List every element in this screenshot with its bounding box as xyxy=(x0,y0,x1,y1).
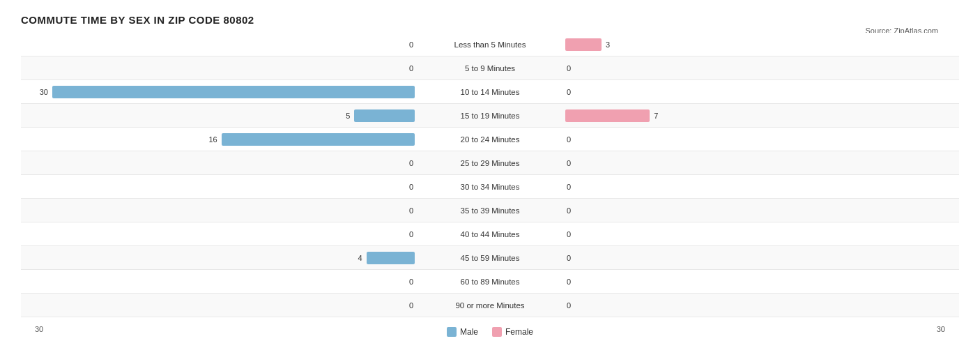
bar-row: 30 10 to 14 Minutes 0 xyxy=(21,80,959,104)
legend: Male Female xyxy=(420,327,560,337)
male-value: 5 xyxy=(346,112,350,120)
right-section: 0 xyxy=(560,128,959,151)
male-value-zero: 0 xyxy=(409,159,413,167)
row-label: 45 to 59 Minutes xyxy=(420,254,560,262)
male-bar xyxy=(354,109,415,122)
male-bar xyxy=(367,252,415,264)
female-value: 7 xyxy=(654,112,658,120)
legend-female-box xyxy=(492,327,502,337)
female-value-zero: 0 xyxy=(567,230,571,238)
legend-male-label: Male xyxy=(460,327,478,337)
female-value-zero: 0 xyxy=(567,183,571,191)
female-value-zero: 0 xyxy=(567,301,571,310)
chart-title: COMMUTE TIME BY SEX IN ZIP CODE 80802 xyxy=(21,14,959,26)
left-section: 0 xyxy=(21,222,420,245)
legend-male-box xyxy=(447,327,457,337)
female-value-zero: 0 xyxy=(567,64,571,73)
right-section: 0 xyxy=(560,175,959,198)
bar-row: 4 45 to 59 Minutes 0 xyxy=(21,246,959,270)
right-section: 0 xyxy=(560,222,959,245)
row-label: 20 to 24 Minutes xyxy=(420,135,560,144)
male-value: 4 xyxy=(358,254,362,262)
female-value-zero: 0 xyxy=(567,88,571,96)
chart-area: 0 Less than 5 Minutes 3 0 5 to 9 Minutes… xyxy=(21,33,959,317)
bar-row: 0 5 to 9 Minutes 0 xyxy=(21,56,959,80)
female-bar xyxy=(565,109,650,122)
legend-male: Male xyxy=(447,327,478,337)
left-section: 0 xyxy=(21,151,420,174)
male-value: 16 xyxy=(208,135,217,144)
left-section: 5 xyxy=(21,104,420,127)
male-value-zero: 0 xyxy=(409,278,413,286)
legend-female: Female xyxy=(492,327,533,337)
left-section: 0 xyxy=(21,175,420,198)
female-value-zero: 0 xyxy=(567,135,571,144)
male-value: 30 xyxy=(40,88,48,96)
left-section: 4 xyxy=(21,246,420,269)
right-section: 0 xyxy=(560,151,959,174)
bar-row: 0 35 to 39 Minutes 0 xyxy=(21,199,959,222)
female-value-zero: 0 xyxy=(567,159,571,167)
row-label: Less than 5 Minutes xyxy=(420,40,560,49)
bar-row: 0 25 to 29 Minutes 0 xyxy=(21,151,959,175)
left-section: 16 xyxy=(21,128,420,151)
female-value-zero: 0 xyxy=(567,254,571,262)
bar-row: 0 40 to 44 Minutes 0 xyxy=(21,222,959,246)
female-value-zero: 0 xyxy=(567,278,571,286)
left-section: 0 xyxy=(21,56,420,79)
row-label: 90 or more Minutes xyxy=(420,301,560,310)
right-section: 0 xyxy=(560,246,959,269)
row-label: 5 to 9 Minutes xyxy=(420,64,560,73)
bar-row: 0 30 to 34 Minutes 0 xyxy=(21,175,959,199)
axis-left-label: 30 xyxy=(21,325,420,333)
bar-row: 0 Less than 5 Minutes 3 xyxy=(21,33,959,56)
left-section: 0 xyxy=(21,294,420,317)
female-value-zero: 0 xyxy=(567,206,571,215)
right-section: 0 xyxy=(560,294,959,317)
right-section: 0 xyxy=(560,270,959,293)
right-section: 0 xyxy=(560,56,959,79)
male-value-zero: 0 xyxy=(409,206,413,215)
row-label: 10 to 14 Minutes xyxy=(420,88,560,96)
legend-female-label: Female xyxy=(505,327,533,337)
male-value-zero: 0 xyxy=(409,301,413,310)
row-label: 25 to 29 Minutes xyxy=(420,159,560,167)
right-section: 3 xyxy=(560,33,959,56)
row-label: 35 to 39 Minutes xyxy=(420,206,560,215)
axis-right-label: 30 xyxy=(560,325,959,333)
male-value-zero: 0 xyxy=(409,40,413,49)
male-value-zero: 0 xyxy=(409,64,413,73)
female-bar xyxy=(565,38,602,51)
axis-row: 30 Male Female 30 xyxy=(21,321,959,337)
bar-row: 0 90 or more Minutes 0 xyxy=(21,294,959,317)
left-section: 0 xyxy=(21,199,420,222)
right-section: 0 xyxy=(560,199,959,222)
bar-row: 16 20 to 24 Minutes 0 xyxy=(21,128,959,151)
right-section: 7 xyxy=(560,104,959,127)
male-value-zero: 0 xyxy=(409,183,413,191)
row-label: 15 to 19 Minutes xyxy=(420,112,560,120)
female-value: 3 xyxy=(606,40,610,49)
bar-row: 0 60 to 89 Minutes 0 xyxy=(21,270,959,294)
row-label: 40 to 44 Minutes xyxy=(420,230,560,238)
row-label: 60 to 89 Minutes xyxy=(420,278,560,286)
left-section: 30 xyxy=(21,80,420,103)
male-bar xyxy=(222,133,415,146)
male-value-zero: 0 xyxy=(409,230,413,238)
row-label: 30 to 34 Minutes xyxy=(420,183,560,191)
left-section: 0 xyxy=(21,33,420,56)
bar-row: 5 15 to 19 Minutes 7 xyxy=(21,104,959,128)
chart-container: COMMUTE TIME BY SEX IN ZIP CODE 80802 So… xyxy=(21,14,959,337)
left-section: 0 xyxy=(21,270,420,293)
right-section: 0 xyxy=(560,80,959,103)
male-bar xyxy=(52,86,415,98)
